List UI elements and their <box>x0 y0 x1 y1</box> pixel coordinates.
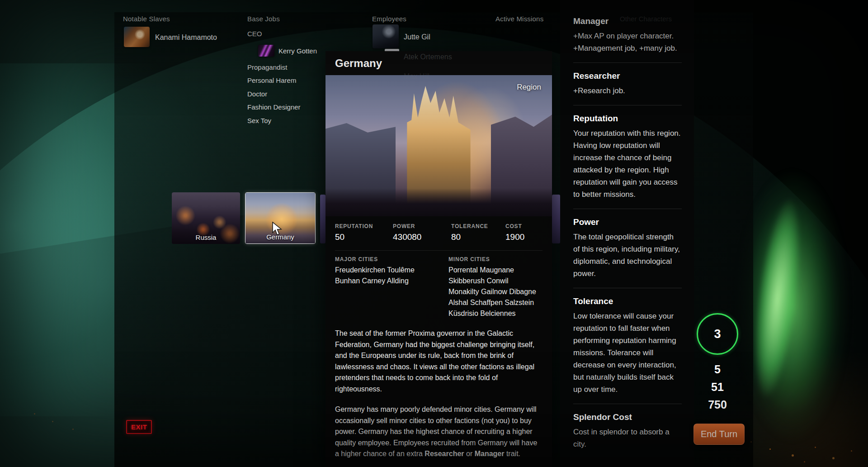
tooltip-body-splendor-cost: Cost in splendor to absorb a city. <box>573 426 682 450</box>
stat-value-cost: 1900 <box>505 232 524 242</box>
popup-divider <box>335 250 542 251</box>
hud-value-2: 51 <box>696 381 739 394</box>
tooltip-body-manager: +Max AP on player character. +Management… <box>573 30 682 54</box>
region-description-1: The seat of the former Proxima governor … <box>335 328 541 395</box>
tooltip-body-researcher: +Research job. <box>573 85 682 97</box>
tooltip-divider <box>573 209 682 209</box>
end-turn-button[interactable]: End Turn <box>693 424 745 445</box>
desc2-researcher: Researcher <box>425 450 464 457</box>
stat-label-reputation: REPUTATION <box>335 223 373 229</box>
tooltip-title-power: Power <box>573 217 682 227</box>
tooltip-body-tolerance: Low tolerance will cause your reputation… <box>573 310 682 396</box>
desc2-post: trait. <box>504 450 520 457</box>
minor-city: Küsdrisio Belciennes <box>448 308 536 319</box>
tooltip-divider <box>573 105 682 105</box>
active-missions-header: Active Missions <box>495 15 543 23</box>
job-personal-harem[interactable]: Personal Harem <box>247 76 296 84</box>
job-fashion-designer[interactable]: Fashion Designer <box>247 103 301 111</box>
partial-card-left <box>320 195 326 243</box>
minor-city: Skibberush Conwil <box>448 276 536 286</box>
tooltip-title-tolerance: Tolerance <box>573 296 682 306</box>
hero-foreground <box>326 188 552 216</box>
region-description-2: Germany has many poorly defended minor c… <box>335 404 541 460</box>
hero-cathedral-spires <box>407 84 470 205</box>
stat-value-tolerance: 80 <box>451 232 461 242</box>
region-detail-popup: Germany Region REPUTATION 50 POWER 43008… <box>326 51 552 467</box>
desc2-mid: or <box>464 450 475 457</box>
tooltip-body-reputation: Your reputation with this region. Having… <box>573 127 682 200</box>
game-screen: Notable Slaves Base Jobs Employees Activ… <box>0 0 868 467</box>
ceo-employee-name[interactable]: Kerry Gotten <box>278 47 317 55</box>
region-type-badge: Region <box>517 83 541 92</box>
minor-city: Monakilty Gailnow Dibagne <box>448 286 536 297</box>
major-city: Bunhan Carney Allding <box>335 276 415 286</box>
job-doctor[interactable]: Doctor <box>247 90 267 98</box>
tooltip-divider <box>573 288 682 288</box>
stat-value-reputation: 50 <box>335 232 344 242</box>
job-ceo[interactable]: CEO <box>247 30 262 38</box>
notable-slaves-header: Notable Slaves <box>123 15 170 23</box>
hud-value-3: 750 <box>696 398 739 411</box>
stat-value-power: 430080 <box>393 232 421 242</box>
action-points-circle: 3 <box>697 313 738 355</box>
russia-card-label: Russia <box>172 234 240 241</box>
minor-city: Alshal Schaffpen Salzstein <box>448 297 536 308</box>
base-jobs-header: Base Jobs <box>247 15 280 23</box>
popup-title: Germany <box>335 57 382 70</box>
tooltip-title-manager: Manager <box>573 16 682 26</box>
mouse-cursor-icon <box>271 222 284 236</box>
desc2-manager: Manager <box>475 450 505 457</box>
stat-label-cost: COST <box>505 223 522 229</box>
minor-cities-list: Porrental Maugnane Skibberush Conwil Mon… <box>448 265 536 319</box>
jutte-gil-avatar[interactable] <box>373 24 399 48</box>
region-hero-image <box>326 75 552 216</box>
stat-label-power: POWER <box>393 223 415 229</box>
employee-name[interactable]: Jutte Gil <box>404 33 430 41</box>
tooltip-panel: Other Characters Japan America Manager +… <box>560 0 694 467</box>
major-city: Freudenkirchen Toulême <box>335 265 415 276</box>
stat-label-tolerance: TOLERANCE <box>451 223 488 229</box>
region-card-russia[interactable]: Russia <box>172 192 240 244</box>
kanami-avatar[interactable] <box>124 27 150 47</box>
tooltip-divider <box>573 404 682 404</box>
tooltip-title-reputation: Reputation <box>573 114 682 124</box>
major-cities-header: MAJOR CITIES <box>335 256 378 262</box>
major-cities-list: Freudenkirchen Toulême Bunhan Carney All… <box>335 265 415 286</box>
exit-button[interactable]: EXIT <box>126 420 152 434</box>
action-points-value: 3 <box>714 327 721 341</box>
tooltip-body-power: The total geopolitical strength of this … <box>573 231 682 280</box>
employees-header: Employees <box>372 15 406 23</box>
tooltip-sections: Manager +Max AP on player character. +Ma… <box>573 16 682 450</box>
notable-slave-name[interactable]: Kanami Hamamoto <box>155 33 217 42</box>
job-propagandist[interactable]: Propagandist <box>247 63 287 71</box>
kerry-gotten-avatar[interactable] <box>258 45 274 57</box>
tooltip-title-splendor-cost: Splendor Cost <box>573 412 682 422</box>
partial-card-right <box>552 195 560 243</box>
minor-cities-header: MINOR CITIES <box>448 256 490 262</box>
tooltip-divider <box>573 62 682 63</box>
hud-value-1: 5 <box>696 363 739 376</box>
job-sex-toy[interactable]: Sex Toy <box>247 117 271 124</box>
minor-city: Porrental Maugnane <box>448 265 536 276</box>
tooltip-title-researcher: Researcher <box>573 71 682 81</box>
